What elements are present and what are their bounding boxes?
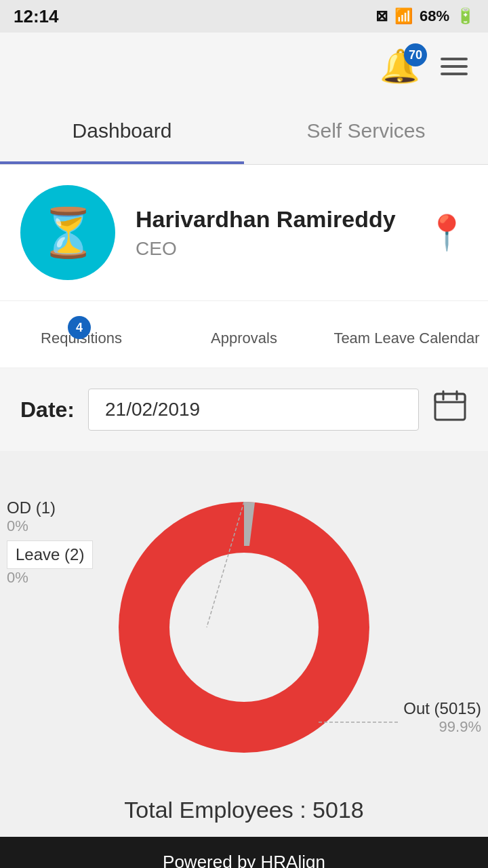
calendar-button[interactable] bbox=[432, 389, 468, 431]
wifi-icon: 📶 bbox=[394, 7, 413, 25]
footer-text: Powered by HRAlign bbox=[163, 852, 325, 868]
svg-point-26 bbox=[169, 553, 319, 702]
total-employees-label: Total Employees : 5018 bbox=[124, 797, 363, 823]
sim-icon: ⊠ bbox=[375, 7, 388, 25]
actions-row: + 4 Requisitions Approvals bbox=[0, 300, 488, 368]
leave-label: Leave (2) bbox=[7, 540, 93, 569]
action-approvals[interactable]: Approvals bbox=[163, 301, 325, 368]
chart-section: OD (1) 0% Leave (2) 0% bbox=[0, 451, 488, 837]
approvals-label: Approvals bbox=[211, 330, 277, 347]
chart-label-right: Out (5015) 99.9% bbox=[403, 699, 481, 736]
tab-dashboard[interactable]: Dashboard bbox=[0, 100, 244, 164]
status-icons: ⊠ 📶 68% 🔋 bbox=[375, 7, 474, 25]
footer: Powered by HRAlign bbox=[0, 837, 488, 868]
profile-section: ⏳ Harivardhan Ramireddy CEO 📍 bbox=[0, 165, 488, 300]
action-requisitions[interactable]: + 4 Requisitions bbox=[0, 301, 163, 368]
od-percent: 0% bbox=[7, 517, 93, 535]
svg-rect-22 bbox=[435, 394, 465, 402]
menu-button[interactable] bbox=[441, 58, 468, 75]
avatar-icon: ⏳ bbox=[39, 205, 98, 260]
time: 12:14 bbox=[14, 6, 59, 27]
status-bar: 12:14 ⊠ 📶 68% 🔋 bbox=[0, 0, 488, 33]
tab-self-services[interactable]: Self Services bbox=[244, 100, 488, 164]
location-icon[interactable]: 📍 bbox=[426, 213, 468, 252]
requisitions-badge: 4 bbox=[68, 316, 91, 339]
notification-button[interactable]: 🔔 70 bbox=[380, 47, 420, 85]
profile-info: Harivardhan Ramireddy CEO bbox=[136, 206, 468, 260]
leave-percent: 0% bbox=[7, 569, 93, 587]
out-label: Out (5015) bbox=[403, 699, 481, 718]
profile-name: Harivardhan Ramireddy bbox=[136, 206, 468, 233]
battery-icon: 🔋 bbox=[456, 7, 474, 25]
date-label: Date: bbox=[20, 397, 75, 422]
team-leave-label: Team Leave Calendar bbox=[333, 330, 479, 347]
action-team-leave-calendar[interactable]: Team Leave Calendar bbox=[325, 301, 488, 368]
date-row: Date: 21/02/2019 bbox=[0, 368, 488, 451]
profile-role: CEO bbox=[136, 238, 468, 260]
donut-chart bbox=[88, 471, 400, 783]
battery-text: 68% bbox=[420, 7, 449, 25]
out-percent: 99.9% bbox=[403, 718, 481, 736]
date-input[interactable]: 21/02/2019 bbox=[88, 389, 419, 431]
chart-labels-left: OD (1) 0% Leave (2) 0% bbox=[7, 498, 93, 587]
avatar: ⏳ bbox=[20, 185, 115, 280]
od-label: OD (1) bbox=[7, 498, 93, 517]
tab-bar: Dashboard Self Services bbox=[0, 100, 488, 165]
notification-badge: 70 bbox=[404, 43, 427, 66]
top-bar: 🔔 70 bbox=[0, 33, 488, 100]
